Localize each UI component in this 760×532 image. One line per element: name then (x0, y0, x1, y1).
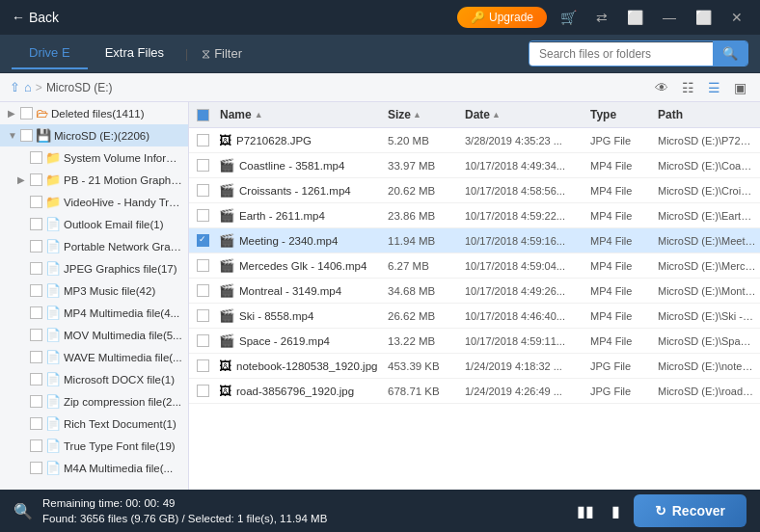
sidebar-item-label: Rich Text Document(1) (64, 418, 176, 430)
row-checkbox[interactable] (197, 159, 209, 172)
sidebar-item-mp3[interactable]: 📄 MP3 Music file(42) (0, 279, 188, 302)
file-size: 26.62 MB (384, 306, 461, 327)
row-checkbox[interactable] (197, 359, 209, 372)
table-row[interactable]: 🎬 Mercedes Glk - 1406.mp4 6.27 MB 10/17/… (189, 253, 760, 279)
minimize-button[interactable]: ⬜ (621, 8, 649, 27)
sidebar-item-jpeg[interactable]: 📄 JPEG Graphics file(17) (0, 257, 188, 279)
table-row[interactable]: 🎬 Montreal - 3149.mp4 34.68 MB 10/17/201… (189, 279, 760, 304)
table-row[interactable]: 🖼 P7210628.JPG 5.20 MB 3/28/2019 4:35:23… (189, 128, 760, 153)
file-type-icon: 🎬 (219, 183, 234, 198)
maximize-button[interactable]: ⬜ (690, 8, 718, 27)
sidebar-checkbox[interactable] (30, 462, 42, 474)
tab-extra-files[interactable]: Extra Files (88, 38, 181, 69)
file-type: MP4 File (586, 180, 654, 201)
table-row[interactable]: 🖼 notebook-1280538_1920.jpg 453.39 KB 1/… (189, 354, 760, 379)
folder-icon: 📁 (45, 195, 61, 209)
sidebar-checkbox[interactable] (30, 329, 42, 341)
file-name: Montreal - 3149.mp4 (237, 280, 384, 302)
table-row[interactable]: 🎬 Meeting - 2340.mp4 11.94 MB 10/17/2018… (189, 228, 760, 253)
pause-button[interactable]: ▮▮ (573, 500, 598, 522)
sidebar-checkbox[interactable] (30, 439, 42, 452)
view-detail-icon[interactable]: ▣ (730, 78, 750, 97)
sidebar-item-rich[interactable]: 📄 Rich Text Document(1) (0, 412, 188, 435)
sidebar-checkbox[interactable] (30, 173, 42, 186)
cart-icon[interactable]: 🛒 (555, 8, 583, 27)
table-row[interactable]: 🖼 road-3856796_1920.jpg 678.71 KB 1/24/2… (189, 379, 760, 404)
sidebar-item-pb21[interactable]: ▶ 📁 PB - 21 Motion Graphi... (0, 169, 188, 191)
view-preview-icon[interactable]: 👁 (651, 78, 672, 97)
row-checkbox[interactable] (197, 184, 209, 197)
row-checkbox[interactable] (197, 309, 209, 322)
table-row[interactable]: 🎬 Coastline - 3581.mp4 33.97 MB 10/17/20… (189, 153, 760, 178)
sidebar-item-portable[interactable]: 📄 Portable Network Grap... (0, 235, 188, 257)
file-date: 1/24/2019 4:26:49 ... (461, 381, 586, 402)
file-icon: 📄 (45, 394, 61, 409)
col-header-date[interactable]: Date ▲ (461, 102, 586, 127)
sidebar-item-wave[interactable]: 📄 WAVE Multimedia file(... (0, 346, 188, 368)
stop-button[interactable]: ▮ (608, 500, 624, 522)
sidebar-checkbox[interactable] (30, 395, 42, 408)
row-checkbox[interactable] (197, 134, 209, 146)
sidebar-item-truetype[interactable]: 📄 True Type Font file(19) (0, 435, 188, 457)
table-row[interactable]: 🎬 Earth - 2611.mp4 23.86 MB 10/17/2018 4… (189, 203, 760, 228)
row-checkbox-col (189, 128, 216, 152)
file-type-icon: 🎬 (219, 308, 234, 323)
file-type-icon: 🖼 (219, 133, 231, 147)
sidebar-checkbox[interactable] (30, 351, 42, 363)
sidebar-checkbox[interactable] (30, 218, 42, 230)
sidebar-item-docx[interactable]: 📄 Microsoft DOCX file(1) (0, 368, 188, 390)
sidebar-checkbox[interactable] (30, 262, 42, 275)
minimize-win-button[interactable]: — (657, 8, 682, 27)
sidebar-item-zip[interactable]: 📄 Zip compression file(2... (0, 390, 188, 412)
row-checkbox[interactable] (197, 385, 209, 397)
sidebar-item-microsd[interactable]: ▼ 💾 MicroSD (E:)(2206) (0, 124, 188, 146)
search-input[interactable] (529, 42, 713, 66)
view-list-icon[interactable]: ☰ (704, 78, 724, 97)
filter-icon: ⧖ (202, 46, 210, 62)
row-checkbox[interactable] (197, 209, 209, 222)
scan-status-icon: 🔍 (14, 502, 33, 520)
sidebar-item-sysvolinfo[interactable]: 📁 System Volume Inform... (0, 146, 188, 169)
view-icons: 👁 ☷ ☰ ▣ (651, 78, 750, 97)
sidebar-item-outlook[interactable]: 📄 Outlook Email file(1) (0, 213, 188, 235)
recover-button[interactable]: ↻ Recover (634, 494, 746, 527)
sidebar-item-m4a[interactable]: 📄 M4A Multimedia file(... (0, 457, 188, 479)
sidebar-item-label: M4A Multimedia file(... (64, 463, 173, 474)
search-button[interactable]: 🔍 (713, 41, 747, 66)
row-checkbox-col (189, 228, 216, 253)
sidebar-checkbox[interactable] (30, 284, 42, 297)
sidebar-checkbox[interactable] (30, 196, 42, 208)
view-grid-icon[interactable]: ☷ (678, 78, 698, 97)
sidebar-checkbox-microsd[interactable] (20, 129, 33, 142)
row-checkbox-col (189, 153, 216, 177)
col-header-size[interactable]: Size ▲ (384, 102, 461, 127)
select-all-checkbox[interactable] (197, 109, 209, 121)
tab-drive-e[interactable]: Drive E (12, 38, 88, 69)
table-row[interactable]: 🎬 Space - 2619.mp4 13.22 MB 10/17/2018 4… (189, 329, 760, 354)
row-checkbox[interactable] (197, 259, 209, 272)
table-row[interactable]: 🎬 Croissants - 1261.mp4 20.62 MB 10/17/2… (189, 178, 760, 203)
back-button[interactable]: ← Back (12, 10, 59, 25)
row-checkbox[interactable] (197, 234, 209, 247)
sidebar-item-deleted[interactable]: ▶ 🗁 Deleted files(1411) (0, 102, 188, 124)
filter-button[interactable]: ⧖ Filter (192, 40, 252, 67)
sidebar-checkbox[interactable] (30, 306, 42, 319)
sidebar-item-mov[interactable]: 📄 MOV Multimedia file(5... (0, 324, 188, 346)
col-header-name[interactable]: Name ▲ (216, 102, 384, 127)
upgrade-button[interactable]: 🔑 Upgrade (457, 7, 547, 28)
sidebar-item-videohive[interactable]: 📁 VideoHive - Handy Tra... (0, 191, 188, 213)
sidebar-item-mp4[interactable]: 📄 MP4 Multimedia file(4... (0, 302, 188, 324)
share-icon[interactable]: ⇄ (590, 8, 613, 27)
sidebar-checkbox[interactable] (30, 151, 42, 164)
close-button[interactable]: ✕ (725, 8, 748, 27)
sidebar-checkbox-deleted[interactable] (20, 107, 33, 120)
breadcrumb-home-icon[interactable]: ⌂ (24, 80, 32, 94)
row-checkbox[interactable] (197, 334, 209, 347)
key-icon: 🔑 (471, 11, 485, 24)
sidebar-checkbox[interactable] (30, 373, 42, 386)
sidebar-checkbox[interactable] (30, 240, 42, 253)
table-row[interactable]: 🎬 Ski - 8558.mp4 26.62 MB 10/17/2018 4:4… (189, 304, 760, 329)
breadcrumb-up-icon[interactable]: ⇧ (10, 80, 20, 94)
row-checkbox[interactable] (197, 284, 209, 297)
sidebar-checkbox[interactable] (30, 417, 42, 430)
